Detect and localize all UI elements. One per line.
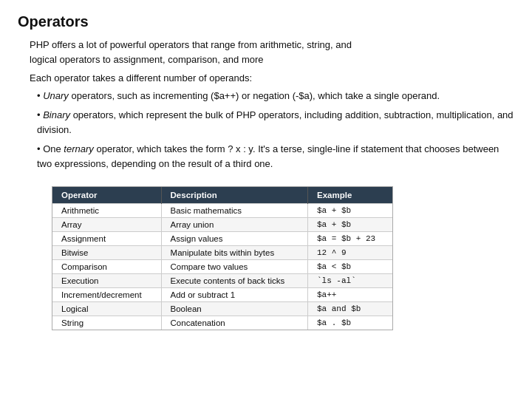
intro-line2: logical operators to assignment, compari…: [30, 54, 264, 65]
table-cell-7-0: Logical: [52, 302, 161, 316]
table-cell-6-1: Add or subtract 1: [161, 288, 307, 302]
unary-label: Unary: [43, 90, 69, 101]
table-cell-5-2: `ls -al`: [307, 274, 392, 288]
table-cell-1-0: Array: [52, 218, 161, 232]
col-header-example: Example: [307, 187, 392, 204]
table-cell-7-2: $a and $b: [307, 302, 392, 316]
table-row: ArrayArray union$a + $b: [52, 218, 392, 232]
bullet-ternary: One ternary operator, which takes the fo…: [37, 142, 514, 171]
bullet-unary: Unary operators, such as incrementing ($…: [37, 89, 514, 103]
ternary-label: ternary: [64, 143, 93, 154]
table-row: BitwiseManipulate bits within bytes12 ^ …: [52, 246, 392, 260]
table-row: LogicalBoolean$a and $b: [52, 302, 392, 316]
ternary-text: operator, which takes the form ? x : y. …: [37, 143, 499, 169]
table-cell-4-2: $a < $b: [307, 260, 392, 274]
table-row: AssignmentAssign values$a = $b + 23: [52, 232, 392, 246]
table-cell-2-1: Assign values: [161, 232, 307, 246]
binary-text: operators, which represent the bulk of P…: [37, 109, 514, 135]
operators-table: Operator Description Example ArithmeticB…: [52, 187, 392, 330]
table-cell-4-0: Comparison: [52, 260, 161, 274]
intro-line1: PHP offers a lot of powerful operators t…: [30, 39, 352, 50]
table-cell-4-1: Compare two values: [161, 260, 307, 274]
table-row: ArithmeticBasic mathematics$a + $b: [52, 204, 392, 218]
col-header-operator: Operator: [52, 187, 161, 204]
table-cell-0-1: Basic mathematics: [161, 204, 307, 218]
table-cell-3-1: Manipulate bits within bytes: [161, 246, 307, 260]
operators-table-wrapper: Operator Description Example ArithmeticB…: [52, 186, 393, 330]
table-cell-6-2: $a++: [307, 288, 392, 302]
table-cell-5-1: Execute contents of back ticks: [161, 274, 307, 288]
bullet-binary: Binary operators, which represent the bu…: [37, 108, 514, 137]
ternary-prefix: One: [43, 143, 64, 154]
binary-label: Binary: [43, 109, 70, 120]
table-cell-7-1: Boolean: [161, 302, 307, 316]
table-cell-3-0: Bitwise: [52, 246, 161, 260]
table-cell-8-2: $a . $b: [307, 316, 392, 330]
table-cell-2-0: Assignment: [52, 232, 161, 246]
table-cell-8-1: Concatenation: [161, 316, 307, 330]
table-cell-0-2: $a + $b: [307, 204, 392, 218]
table-row: Increment/decrementAdd or subtract 1$a++: [52, 288, 392, 302]
bullet-list: Unary operators, such as incrementing ($…: [30, 89, 514, 172]
table-cell-8-0: String: [52, 316, 161, 330]
intro-paragraph: PHP offers a lot of powerful operators t…: [30, 38, 514, 66]
table-row: ExecutionExecute contents of back ticks`…: [52, 274, 392, 288]
table-cell-2-2: $a = $b + 23: [307, 232, 392, 246]
col-header-description: Description: [161, 187, 307, 204]
main-content: PHP offers a lot of powerful operators t…: [18, 38, 514, 332]
table-cell-3-2: 12 ^ 9: [307, 246, 392, 260]
table-header-row: Operator Description Example: [52, 187, 392, 204]
table-cell-6-0: Increment/decrement: [52, 288, 161, 302]
table-row: StringConcatenation$a . $b: [52, 316, 392, 330]
page-title: Operators: [18, 13, 514, 30]
table-cell-1-2: $a + $b: [307, 218, 392, 232]
unary-text: operators, such as incrementing ($a++) o…: [69, 90, 440, 101]
table-row: ComparisonCompare two values$a < $b: [52, 260, 392, 274]
table-cell-0-0: Arithmetic: [52, 204, 161, 218]
operands-label: Each operator takes a different number o…: [30, 71, 514, 86]
table-cell-1-1: Array union: [161, 218, 307, 232]
table-cell-5-0: Execution: [52, 274, 161, 288]
